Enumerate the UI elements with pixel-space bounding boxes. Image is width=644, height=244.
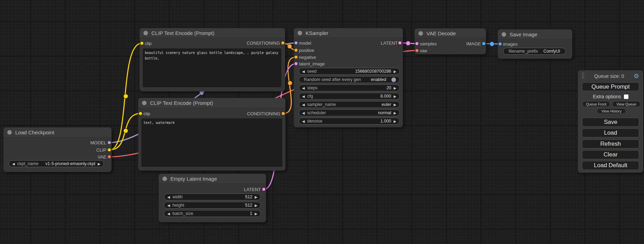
sampler-name-widget[interactable]: sampler_name euler xyxy=(299,101,400,108)
increment-arrow-icon[interactable] xyxy=(394,94,396,99)
collapse-dot-icon[interactable] xyxy=(418,31,423,36)
width-widget[interactable]: width 512 xyxy=(164,193,261,200)
collapse-dot-icon[interactable] xyxy=(162,177,167,181)
widget-label: filename_prefix xyxy=(506,49,538,54)
decrement-arrow-icon[interactable] xyxy=(167,211,170,216)
node-title-bar[interactable]: Save Image xyxy=(498,29,572,39)
view-history-button[interactable]: View History xyxy=(597,108,626,114)
decrement-arrow-icon[interactable] xyxy=(167,203,170,208)
widget-label: denoise xyxy=(307,119,323,124)
conditioning-slot-dot[interactable] xyxy=(294,48,298,52)
node-clip-text-encode-negative[interactable]: CLIP Text Encode (Prompt) clip CONDITION… xyxy=(138,98,285,171)
widget-value: 8.000 xyxy=(380,94,391,99)
increment-arrow-icon[interactable] xyxy=(394,69,396,74)
view-queue-button[interactable]: View Queue xyxy=(612,101,641,107)
model-slot-dot[interactable] xyxy=(107,141,111,145)
node-title: CLIP Text Encode (Prompt) xyxy=(151,30,214,36)
latent-slot-dot[interactable] xyxy=(262,188,266,191)
node-clip-text-encode-positive[interactable]: CLIP Text Encode (Prompt) clip CONDITION… xyxy=(140,28,285,91)
node-load-checkpoint[interactable]: Load Checkpoint MODEL CLIP VAE ckpt_name… xyxy=(3,127,112,172)
collapse-dot-icon[interactable] xyxy=(7,130,12,135)
increment-arrow-icon[interactable] xyxy=(98,161,100,166)
node-graph-canvas[interactable]: Load Checkpoint MODEL CLIP VAE ckpt_name… xyxy=(0,0,644,244)
gear-icon[interactable]: ⚙ xyxy=(634,73,639,79)
node-title-bar[interactable]: CLIP Text Encode (Prompt) xyxy=(140,28,285,38)
refresh-button[interactable]: Refresh xyxy=(582,139,639,148)
widget-value: 512 xyxy=(245,195,252,199)
node-title-bar[interactable]: KSampler xyxy=(294,28,403,38)
decrement-arrow-icon[interactable] xyxy=(167,195,170,199)
latent-slot-dot[interactable] xyxy=(398,41,402,45)
decrement-arrow-icon[interactable] xyxy=(302,110,305,115)
increment-arrow-icon[interactable] xyxy=(255,195,257,199)
drag-handle-icon[interactable] xyxy=(582,73,585,80)
height-widget[interactable]: height 512 xyxy=(164,202,261,209)
conditioning-slot-dot[interactable] xyxy=(281,41,285,45)
clip-slot-dot[interactable] xyxy=(107,148,111,152)
widget-value: normal xyxy=(378,110,391,115)
cfg-widget[interactable]: cfg 8.000 xyxy=(299,93,400,100)
increment-arrow-icon[interactable] xyxy=(394,102,396,107)
decrement-arrow-icon[interactable] xyxy=(302,69,305,74)
denoise-widget[interactable]: denoise 1.000 xyxy=(299,118,400,125)
extra-options-checkbox[interactable] xyxy=(624,94,628,99)
increment-arrow-icon[interactable] xyxy=(255,203,257,208)
load-default-button[interactable]: Load Default xyxy=(582,161,639,170)
load-button[interactable]: Load xyxy=(582,128,639,137)
filename-prefix-widget[interactable]: filename_prefix ComfyUI xyxy=(503,48,566,55)
image-slot-dot[interactable] xyxy=(482,42,486,46)
increment-arrow-icon[interactable] xyxy=(394,110,396,115)
decrement-arrow-icon[interactable] xyxy=(12,161,15,166)
node-title-bar[interactable]: CLIP Text Encode (Prompt) xyxy=(138,98,285,108)
slot-label: positive xyxy=(299,48,314,53)
widget-label: scheduler xyxy=(307,110,326,115)
increment-arrow-icon[interactable] xyxy=(255,211,257,216)
node-title-bar[interactable]: Empty Latent Image xyxy=(159,174,266,184)
node-title-bar[interactable]: Load Checkpoint xyxy=(3,127,112,137)
output-slot-image: IMAGE xyxy=(415,40,486,47)
output-slot-conditioning: CONDITIONING xyxy=(138,110,285,117)
vae-slot-dot[interactable] xyxy=(107,155,111,159)
seed-widget[interactable]: seed 156680208700286 xyxy=(299,68,400,75)
latent-slot-dot[interactable] xyxy=(294,62,298,66)
extra-options-label: Extra options xyxy=(593,94,621,99)
conditioning-slot-dot[interactable] xyxy=(294,55,298,59)
scheduler-widget[interactable]: scheduler normal xyxy=(299,109,400,116)
increment-arrow-icon[interactable] xyxy=(394,85,396,90)
positive-prompt-textarea[interactable]: beautiful scenery nature glass bottle la… xyxy=(143,48,281,87)
decrement-arrow-icon[interactable] xyxy=(302,119,305,124)
widget-value: v1-5-pruned-emaonly.ckpt xyxy=(45,161,95,166)
node-save-image[interactable]: Save Image images filename_prefix ComfyU… xyxy=(498,29,572,59)
increment-arrow-icon[interactable] xyxy=(394,119,396,124)
save-button[interactable]: Save xyxy=(582,118,639,127)
ckpt-name-widget[interactable]: ckpt_name v1-5-pruned-emaonly.ckpt xyxy=(9,160,104,167)
steps-widget[interactable]: steps 20 xyxy=(299,84,400,91)
conditioning-slot-dot[interactable] xyxy=(281,112,285,116)
widget-label: batch_size xyxy=(173,211,193,216)
vae-slot-dot[interactable] xyxy=(415,49,419,53)
decrement-arrow-icon[interactable] xyxy=(302,94,305,99)
queue-menu-panel[interactable]: Queue size: 0 ⚙ Queue Prompt Extra optio… xyxy=(578,70,643,173)
toggle-dot-icon[interactable] xyxy=(391,77,396,82)
collapse-dot-icon[interactable] xyxy=(502,32,506,37)
decrement-arrow-icon[interactable] xyxy=(302,102,305,107)
random-seed-widget[interactable]: Random seed after every gen enabled xyxy=(299,76,400,83)
collapse-dot-icon[interactable] xyxy=(298,31,302,35)
node-ksampler[interactable]: KSampler model positive negative latent_… xyxy=(294,28,403,127)
queue-prompt-button[interactable]: Queue Prompt xyxy=(582,82,639,91)
slot-label: CONDITIONING xyxy=(247,40,280,46)
negative-prompt-textarea[interactable]: text, watermark xyxy=(141,118,282,167)
node-title-bar[interactable]: VAE Decode xyxy=(415,28,486,38)
image-slot-dot[interactable] xyxy=(498,42,502,46)
clear-button[interactable]: Clear xyxy=(582,150,639,159)
queue-front-button[interactable]: Queue Front xyxy=(582,101,610,107)
widget-label: height xyxy=(173,203,184,208)
batch-size-widget[interactable]: batch_size 1 xyxy=(164,210,261,217)
output-slot-latent: LATENT xyxy=(294,40,403,46)
node-vae-decode[interactable]: VAE Decode samples vae IMAGE xyxy=(415,28,486,54)
decrement-arrow-icon[interactable] xyxy=(302,85,305,90)
node-empty-latent-image[interactable]: Empty Latent Image LATENT width 512 heig… xyxy=(159,174,266,222)
node-title: Save Image xyxy=(510,31,537,37)
collapse-dot-icon[interactable] xyxy=(143,31,148,35)
collapse-dot-icon[interactable] xyxy=(142,101,147,105)
